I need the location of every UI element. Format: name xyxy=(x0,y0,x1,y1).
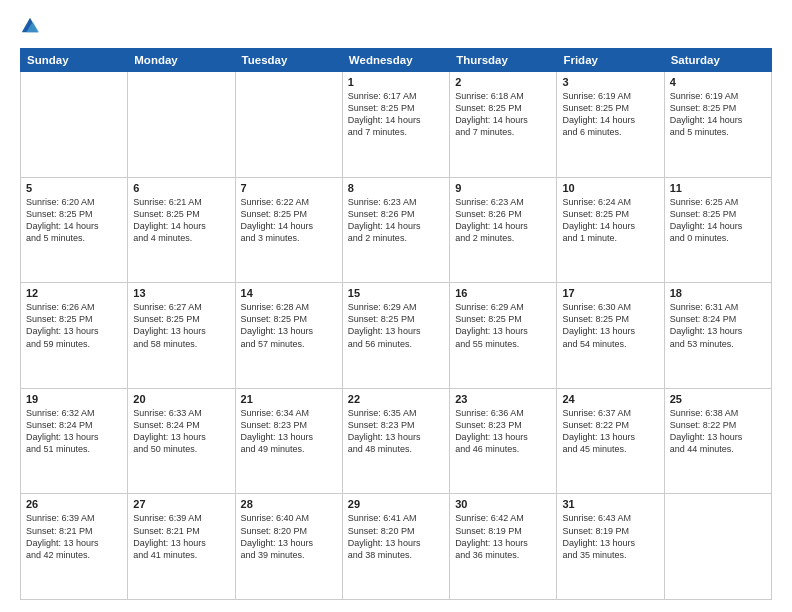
day-info: Sunrise: 6:29 AM Sunset: 8:25 PM Dayligh… xyxy=(348,301,444,350)
calendar-cell xyxy=(235,72,342,178)
logo xyxy=(20,16,42,40)
calendar-cell: 17Sunrise: 6:30 AM Sunset: 8:25 PM Dayli… xyxy=(557,283,664,389)
day-number: 17 xyxy=(562,287,658,299)
day-info: Sunrise: 6:40 AM Sunset: 8:20 PM Dayligh… xyxy=(241,512,337,561)
day-number: 19 xyxy=(26,393,122,405)
calendar-cell: 24Sunrise: 6:37 AM Sunset: 8:22 PM Dayli… xyxy=(557,388,664,494)
day-number: 3 xyxy=(562,76,658,88)
calendar-cell: 26Sunrise: 6:39 AM Sunset: 8:21 PM Dayli… xyxy=(21,494,128,600)
weekday-header-friday: Friday xyxy=(557,49,664,72)
day-number: 22 xyxy=(348,393,444,405)
weekday-header-wednesday: Wednesday xyxy=(342,49,449,72)
calendar-cell: 28Sunrise: 6:40 AM Sunset: 8:20 PM Dayli… xyxy=(235,494,342,600)
day-info: Sunrise: 6:24 AM Sunset: 8:25 PM Dayligh… xyxy=(562,196,658,245)
day-number: 31 xyxy=(562,498,658,510)
day-number: 5 xyxy=(26,182,122,194)
day-info: Sunrise: 6:26 AM Sunset: 8:25 PM Dayligh… xyxy=(26,301,122,350)
calendar-cell: 8Sunrise: 6:23 AM Sunset: 8:26 PM Daylig… xyxy=(342,177,449,283)
day-number: 1 xyxy=(348,76,444,88)
weekday-header-sunday: Sunday xyxy=(21,49,128,72)
calendar-cell: 14Sunrise: 6:28 AM Sunset: 8:25 PM Dayli… xyxy=(235,283,342,389)
day-number: 6 xyxy=(133,182,229,194)
calendar-cell: 25Sunrise: 6:38 AM Sunset: 8:22 PM Dayli… xyxy=(664,388,771,494)
calendar-cell: 5Sunrise: 6:20 AM Sunset: 8:25 PM Daylig… xyxy=(21,177,128,283)
day-number: 26 xyxy=(26,498,122,510)
day-info: Sunrise: 6:36 AM Sunset: 8:23 PM Dayligh… xyxy=(455,407,551,456)
day-info: Sunrise: 6:25 AM Sunset: 8:25 PM Dayligh… xyxy=(670,196,766,245)
day-number: 24 xyxy=(562,393,658,405)
day-info: Sunrise: 6:43 AM Sunset: 8:19 PM Dayligh… xyxy=(562,512,658,561)
weekday-header-row: SundayMondayTuesdayWednesdayThursdayFrid… xyxy=(21,49,772,72)
day-info: Sunrise: 6:21 AM Sunset: 8:25 PM Dayligh… xyxy=(133,196,229,245)
calendar-cell: 13Sunrise: 6:27 AM Sunset: 8:25 PM Dayli… xyxy=(128,283,235,389)
day-info: Sunrise: 6:19 AM Sunset: 8:25 PM Dayligh… xyxy=(562,90,658,139)
week-row-4: 19Sunrise: 6:32 AM Sunset: 8:24 PM Dayli… xyxy=(21,388,772,494)
weekday-header-tuesday: Tuesday xyxy=(235,49,342,72)
calendar-cell: 3Sunrise: 6:19 AM Sunset: 8:25 PM Daylig… xyxy=(557,72,664,178)
calendar-cell: 4Sunrise: 6:19 AM Sunset: 8:25 PM Daylig… xyxy=(664,72,771,178)
calendar-cell: 7Sunrise: 6:22 AM Sunset: 8:25 PM Daylig… xyxy=(235,177,342,283)
day-info: Sunrise: 6:19 AM Sunset: 8:25 PM Dayligh… xyxy=(670,90,766,139)
day-number: 16 xyxy=(455,287,551,299)
calendar-cell: 20Sunrise: 6:33 AM Sunset: 8:24 PM Dayli… xyxy=(128,388,235,494)
calendar-cell xyxy=(21,72,128,178)
day-info: Sunrise: 6:42 AM Sunset: 8:19 PM Dayligh… xyxy=(455,512,551,561)
day-info: Sunrise: 6:39 AM Sunset: 8:21 PM Dayligh… xyxy=(133,512,229,561)
day-number: 9 xyxy=(455,182,551,194)
weekday-header-thursday: Thursday xyxy=(450,49,557,72)
day-info: Sunrise: 6:39 AM Sunset: 8:21 PM Dayligh… xyxy=(26,512,122,561)
calendar-cell: 9Sunrise: 6:23 AM Sunset: 8:26 PM Daylig… xyxy=(450,177,557,283)
calendar-cell: 12Sunrise: 6:26 AM Sunset: 8:25 PM Dayli… xyxy=(21,283,128,389)
calendar-cell: 18Sunrise: 6:31 AM Sunset: 8:24 PM Dayli… xyxy=(664,283,771,389)
day-info: Sunrise: 6:28 AM Sunset: 8:25 PM Dayligh… xyxy=(241,301,337,350)
calendar-table: SundayMondayTuesdayWednesdayThursdayFrid… xyxy=(20,48,772,600)
day-number: 29 xyxy=(348,498,444,510)
calendar-cell: 22Sunrise: 6:35 AM Sunset: 8:23 PM Dayli… xyxy=(342,388,449,494)
calendar-cell xyxy=(664,494,771,600)
day-number: 13 xyxy=(133,287,229,299)
week-row-2: 5Sunrise: 6:20 AM Sunset: 8:25 PM Daylig… xyxy=(21,177,772,283)
day-info: Sunrise: 6:29 AM Sunset: 8:25 PM Dayligh… xyxy=(455,301,551,350)
calendar-cell: 27Sunrise: 6:39 AM Sunset: 8:21 PM Dayli… xyxy=(128,494,235,600)
day-info: Sunrise: 6:30 AM Sunset: 8:25 PM Dayligh… xyxy=(562,301,658,350)
day-info: Sunrise: 6:37 AM Sunset: 8:22 PM Dayligh… xyxy=(562,407,658,456)
day-number: 11 xyxy=(670,182,766,194)
page: SundayMondayTuesdayWednesdayThursdayFrid… xyxy=(0,0,792,612)
day-info: Sunrise: 6:34 AM Sunset: 8:23 PM Dayligh… xyxy=(241,407,337,456)
calendar-cell: 16Sunrise: 6:29 AM Sunset: 8:25 PM Dayli… xyxy=(450,283,557,389)
day-info: Sunrise: 6:33 AM Sunset: 8:24 PM Dayligh… xyxy=(133,407,229,456)
day-number: 21 xyxy=(241,393,337,405)
day-number: 20 xyxy=(133,393,229,405)
calendar-cell xyxy=(128,72,235,178)
day-info: Sunrise: 6:23 AM Sunset: 8:26 PM Dayligh… xyxy=(455,196,551,245)
day-number: 23 xyxy=(455,393,551,405)
day-number: 12 xyxy=(26,287,122,299)
day-number: 14 xyxy=(241,287,337,299)
calendar-cell: 31Sunrise: 6:43 AM Sunset: 8:19 PM Dayli… xyxy=(557,494,664,600)
day-info: Sunrise: 6:20 AM Sunset: 8:25 PM Dayligh… xyxy=(26,196,122,245)
calendar-cell: 10Sunrise: 6:24 AM Sunset: 8:25 PM Dayli… xyxy=(557,177,664,283)
day-number: 8 xyxy=(348,182,444,194)
day-info: Sunrise: 6:27 AM Sunset: 8:25 PM Dayligh… xyxy=(133,301,229,350)
day-info: Sunrise: 6:17 AM Sunset: 8:25 PM Dayligh… xyxy=(348,90,444,139)
calendar-cell: 2Sunrise: 6:18 AM Sunset: 8:25 PM Daylig… xyxy=(450,72,557,178)
calendar-cell: 11Sunrise: 6:25 AM Sunset: 8:25 PM Dayli… xyxy=(664,177,771,283)
day-info: Sunrise: 6:35 AM Sunset: 8:23 PM Dayligh… xyxy=(348,407,444,456)
day-number: 25 xyxy=(670,393,766,405)
calendar-cell: 19Sunrise: 6:32 AM Sunset: 8:24 PM Dayli… xyxy=(21,388,128,494)
day-info: Sunrise: 6:38 AM Sunset: 8:22 PM Dayligh… xyxy=(670,407,766,456)
day-number: 27 xyxy=(133,498,229,510)
day-info: Sunrise: 6:22 AM Sunset: 8:25 PM Dayligh… xyxy=(241,196,337,245)
calendar-cell: 15Sunrise: 6:29 AM Sunset: 8:25 PM Dayli… xyxy=(342,283,449,389)
week-row-1: 1Sunrise: 6:17 AM Sunset: 8:25 PM Daylig… xyxy=(21,72,772,178)
header xyxy=(20,16,772,40)
day-number: 15 xyxy=(348,287,444,299)
day-number: 4 xyxy=(670,76,766,88)
calendar-cell: 21Sunrise: 6:34 AM Sunset: 8:23 PM Dayli… xyxy=(235,388,342,494)
weekday-header-monday: Monday xyxy=(128,49,235,72)
weekday-header-saturday: Saturday xyxy=(664,49,771,72)
logo-icon xyxy=(20,16,40,36)
day-info: Sunrise: 6:32 AM Sunset: 8:24 PM Dayligh… xyxy=(26,407,122,456)
day-number: 28 xyxy=(241,498,337,510)
calendar-cell: 23Sunrise: 6:36 AM Sunset: 8:23 PM Dayli… xyxy=(450,388,557,494)
